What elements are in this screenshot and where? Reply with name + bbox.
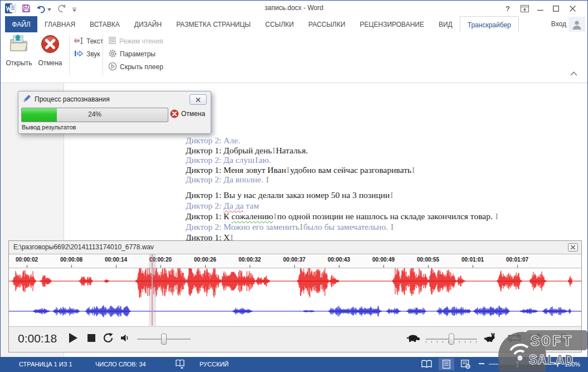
tab-рассылки[interactable]: РАССЫЛКИ (301, 16, 352, 32)
zoom-in-button[interactable] (555, 360, 561, 368)
ruler-timestamp: 00:00:55 (417, 257, 439, 263)
settings-gear-icon[interactable] (557, 332, 568, 345)
tab-разметка-страницы[interactable]: РАЗМЕТКА СТРАНИЦЫ (169, 16, 258, 32)
edit-pencil-icon[interactable] (529, 332, 543, 346)
text-cursor-mark: I (255, 155, 259, 165)
read-mode-button: Режим чтения (108, 36, 163, 46)
print-layout-view-button[interactable] (439, 358, 454, 370)
maximize-button[interactable] (548, 3, 563, 14)
open-button[interactable]: Открыть (4, 34, 34, 76)
sound-arrow-icon (74, 49, 84, 60)
speed-tick (470, 341, 471, 343)
language-indicator[interactable]: РУССКИЙ (200, 361, 229, 368)
help-button[interactable]: ? (500, 3, 515, 14)
transcript-text: Наталья. (276, 146, 308, 155)
dialog-cancel-button[interactable]: Отмена (170, 109, 205, 118)
collapse-ribbon-button[interactable] (570, 68, 577, 78)
options-button[interactable]: Параметры (108, 49, 155, 59)
transcript-line[interactable]: Диктор 1: К сожалениюIпо одной позиции н… (186, 211, 499, 221)
transcript-line[interactable]: Диктор 2: Да слушIаю. (186, 155, 271, 165)
speed-slider-thumb[interactable] (449, 334, 454, 345)
hide-player-button[interactable]: Скрыть плеер (108, 62, 163, 72)
tab-транскрайбер[interactable]: Транскрайбер (460, 16, 519, 33)
transcript-line[interactable]: Диктор 1: Вы у нас делали заказ номер 50… (186, 190, 393, 200)
loop-selection-icon[interactable] (507, 332, 522, 346)
transcript-line[interactable]: Диктор 2: Але. (186, 136, 240, 146)
transcript-text: по одной позиции не нашлось на складе за… (277, 211, 494, 221)
ruler-timestamp: 00:00:32 (239, 257, 261, 263)
ribbon-display-options-button[interactable] (517, 3, 532, 14)
ruler-tick (27, 265, 27, 268)
tab-ссылки[interactable]: ССЫЛКИ (258, 16, 301, 32)
zoom-out-button[interactable] (479, 360, 484, 368)
speed-tick (437, 341, 438, 343)
waveform-text-icon (74, 36, 84, 47)
transcript-line[interactable]: Диктор 2: Да да там (186, 201, 259, 211)
tab-рецензирование[interactable]: РЕЦЕНЗИРОВАНИЕ (353, 16, 431, 32)
stop-button[interactable] (88, 334, 95, 344)
ruler-tick (383, 265, 384, 268)
zoom-slider[interactable] (489, 364, 551, 365)
tab-дизайн[interactable]: ДИЗАЙН (127, 16, 169, 32)
ribbon: Открыть Отмена Текст Зву (1, 32, 587, 83)
sign-in-link[interactable]: Вход (551, 20, 566, 28)
account-avatar[interactable] (568, 17, 585, 32)
sound-button[interactable]: Звук (74, 49, 100, 59)
minimize-button[interactable] (533, 3, 547, 14)
ruler-tick (250, 265, 250, 268)
ribbon-tab-row: ФАЙЛ ГЛАВНАЯВСТАВКАДИЗАЙНРАЗМЕТКА СТРАНИ… (1, 16, 587, 32)
volume-slider[interactable] (137, 339, 191, 340)
volume-slider-thumb[interactable] (161, 334, 167, 345)
fast-speed-rabbit-icon (484, 333, 496, 344)
volume-icon[interactable] (121, 334, 129, 344)
repeat-button[interactable] (103, 332, 114, 346)
play-button[interactable] (68, 332, 78, 346)
dialog-cancel-label: Отмена (181, 110, 205, 118)
hide-player-label: Скрыть плеер (120, 63, 163, 71)
word-count[interactable]: ЧИСЛО СЛОВ: 34 (95, 361, 146, 368)
text-cursor-mark: I (272, 146, 276, 155)
cancel-button-label: Отмена (38, 59, 62, 67)
audio-player-panel: E:\разговоры6692\20141113174010_6778.wav… (8, 240, 582, 352)
zoom-slider-thumb[interactable] (516, 360, 519, 368)
read-mode-view-button[interactable] (421, 360, 432, 369)
tab-вставка[interactable]: ВСТАВКА (82, 16, 127, 32)
playhead-marker[interactable] (149, 254, 156, 326)
proofing-errors-icon[interactable] (175, 359, 185, 370)
speed-tick (459, 341, 460, 343)
tab-главная[interactable]: ГЛАВНАЯ (37, 16, 82, 32)
zoom-level[interactable]: 100% (565, 361, 580, 368)
player-controls: 0:00:18 (9, 326, 581, 352)
transcript-line[interactable]: Диктор 1: Меня зовут ИванIудобно вам сей… (186, 165, 415, 175)
status-bar: СТРАНИЦА 1 ИЗ 1 ЧИСЛО СЛОВ: 34 РУССКИЙ 1… (1, 357, 587, 371)
dialog-close-button[interactable] (189, 94, 207, 105)
close-button[interactable] (565, 3, 580, 14)
transcript-line[interactable]: Диктор 2: Можно его заменитьIбыло бы зам… (186, 222, 394, 232)
tab-file[interactable]: ФАЙЛ (5, 16, 37, 32)
text-button[interactable]: Текст (74, 36, 103, 46)
waveform-display[interactable] (9, 268, 581, 326)
transcript-text: Диктор 2: Да слуш (186, 155, 255, 165)
transcript-text: Диктор 2: Можно его заменить (186, 222, 299, 231)
recognition-progress-dialog: Процесс распознавания 24% Отмена Вывод р… (18, 91, 211, 134)
text-cursor-mark: I (390, 190, 393, 200)
ribbon-tabs: ГЛАВНАЯВСТАВКАДИЗАЙНРАЗМЕТКА СТРАНИЦЫССЫ… (37, 16, 519, 32)
tab-вид[interactable]: ВИД (431, 16, 460, 32)
web-layout-view-button[interactable] (461, 360, 470, 370)
text-cursor-mark: I (390, 222, 394, 231)
timeline-ruler[interactable]: 00:00:0200:00:0800:00:1400:00:2000:00:26… (9, 254, 581, 268)
audio-file-path: E:\разговоры6692\20141113174010_6778.wav (13, 243, 154, 251)
transcript-text: там (244, 201, 259, 210)
pencil-icon (23, 94, 31, 104)
transcript-line[interactable]: Диктор 2: Да вполне. I (186, 175, 269, 185)
page-indicator[interactable]: СТРАНИЦА 1 ИЗ 1 (19, 361, 72, 368)
window-title: запись.docx - Word (1, 4, 587, 12)
cancel-button[interactable]: Отмена (35, 34, 65, 76)
transcript-line[interactable]: Диктор 1: Добрый деньIНаталья. (186, 146, 308, 156)
ruler-timestamp: 00:00:37 (283, 257, 305, 263)
ruler-tick (428, 265, 429, 268)
speed-slider[interactable] (426, 339, 477, 340)
transcript-text: аю. (259, 155, 271, 165)
ruler-tick (161, 265, 161, 268)
player-close-button[interactable] (568, 243, 578, 254)
